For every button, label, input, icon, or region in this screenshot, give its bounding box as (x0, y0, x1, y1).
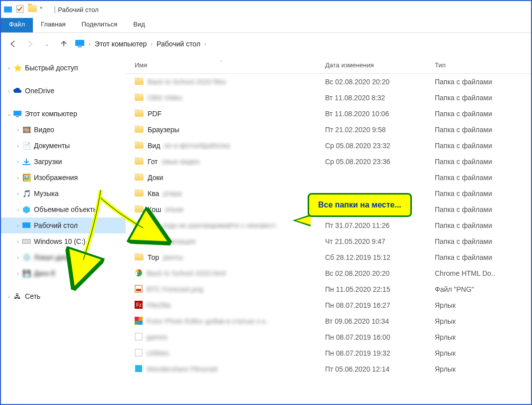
desktop-icon (22, 221, 31, 230)
tree-quick-access[interactable]: ›⭐Быстрый доступ (1, 60, 126, 76)
svg-rect-17 (135, 321, 139, 325)
file-row[interactable]: FzFileZillaПн 08.07.2019 16:27Ярлык (126, 297, 531, 313)
svg-rect-21 (135, 365, 142, 372)
file-row[interactable]: ДокиПапка с файлами (126, 170, 531, 186)
file-icon (135, 333, 143, 342)
col-date[interactable]: Дата изменения (325, 61, 435, 69)
file-icon (135, 158, 144, 166)
breadcrumb-current[interactable]: Рабочий стол (157, 40, 200, 48)
system-icon (4, 5, 13, 14)
ribbon: Файл Главная Поделиться Вид (1, 18, 531, 33)
file-row[interactable]: BTC Forecast.pngПн 11.05.2020 22:15Файл … (126, 281, 531, 297)
drive-icon: 💾 (22, 269, 31, 278)
file-icon: Fz (135, 301, 143, 310)
sort-indicator-icon: ˆ (220, 60, 222, 66)
titlebar-sep: | (54, 5, 56, 14)
chevron-icon[interactable]: › (151, 41, 153, 47)
video-icon: 🎞️ (22, 125, 31, 134)
tab-view[interactable]: Вид (125, 18, 153, 32)
tab-home[interactable]: Главная (33, 18, 73, 32)
svg-rect-7 (22, 222, 30, 228)
tab-share[interactable]: Поделиться (73, 18, 125, 32)
chevron-icon[interactable]: › (89, 41, 91, 47)
col-name[interactable]: Имяˆ (126, 61, 325, 69)
recent-dropdown[interactable]: ⌄ (41, 38, 53, 50)
col-type[interactable]: Тип (435, 61, 531, 69)
svg-rect-16 (139, 317, 143, 321)
file-icon (135, 110, 144, 118)
svg-rect-15 (135, 317, 139, 321)
file-row[interactable]: ТоррентыСб 28.12.2019 15:12Папка с файла… (126, 249, 531, 265)
svg-rect-3 (78, 46, 82, 47)
pc-icon (13, 109, 22, 118)
file-icon (135, 349, 143, 358)
arrow-to-folder (96, 196, 156, 242)
svg-rect-19 (135, 333, 142, 340)
file-row[interactable]: Back to School 2020 filesВс 02.08.2020 2… (126, 74, 531, 90)
svg-rect-4 (13, 111, 21, 116)
cloud-icon (13, 86, 22, 95)
file-icon (135, 78, 144, 86)
file-row[interactable]: Готовые видеоСр 05.08.2020 23:36Папка с … (126, 154, 531, 170)
file-row[interactable]: OBS VideoВт 11.08.2020 8:32Папка с файла… (126, 90, 531, 106)
svg-rect-6 (22, 164, 30, 165)
tree-onedrive[interactable]: ›OneDrive (1, 83, 126, 99)
tab-file[interactable]: Файл (1, 18, 33, 32)
forward-button[interactable] (24, 38, 36, 50)
tree-network[interactable]: ›🖧Сеть (1, 288, 126, 304)
tree-videos[interactable]: ›🎞️Видео (1, 122, 126, 138)
file-row[interactable]: никогда не разговаривайте с неизвест..Пт… (126, 217, 531, 233)
file-icon (135, 174, 144, 182)
up-button[interactable] (58, 38, 70, 50)
music-icon: 🎵 (22, 189, 31, 198)
file-row[interactable]: ОптимизацияЧт 21.05.2020 9:47Папка с фай… (126, 233, 531, 249)
titlebar: ▾ | Рабочий стол (1, 1, 531, 18)
file-row[interactable]: Wondershare Filmora9Пт 05.06.2020 12:14Я… (126, 361, 531, 377)
navbar: ⌄ › Этот компьютер › Рабочий стол › (1, 33, 531, 55)
file-icon (135, 317, 143, 326)
cube-icon (22, 205, 31, 214)
tree-this-pc[interactable]: ⌄Этот компьютер (1, 106, 126, 122)
svg-rect-0 (4, 6, 12, 12)
folder-titlebar-icon (28, 5, 37, 14)
svg-rect-20 (135, 349, 142, 356)
downloads-icon (22, 157, 31, 166)
file-icon (135, 142, 144, 150)
star-icon: ⭐ (13, 63, 22, 72)
svg-rect-18 (139, 321, 143, 325)
drive-icon: 💿 (22, 253, 31, 262)
svg-rect-5 (16, 116, 19, 117)
file-icon (135, 365, 143, 374)
column-headers: Имяˆ Дата изменения Тип (126, 57, 531, 74)
checkbox-icon[interactable] (16, 5, 25, 14)
chevron-icon[interactable]: › (204, 41, 206, 47)
file-row[interactable]: gamesПн 08.07.2019 16:00Ярлык (126, 329, 531, 345)
file-row[interactable]: БраузерыПт 21.02.2020 9:58Папка с файлам… (126, 122, 531, 138)
annotation-callout: Все папки на месте... (308, 193, 412, 217)
breadcrumb-root[interactable]: Этот компьютер (95, 40, 147, 48)
file-pane: Имяˆ Дата изменения Тип Back to School 2… (126, 55, 531, 404)
file-icon (135, 285, 143, 294)
file-row[interactable]: PDFВт 11.08.2020 10:06Папка с файлами (126, 106, 531, 122)
tree-pictures[interactable]: ›🖼️Изображения (1, 170, 126, 186)
file-row[interactable]: UtilitiesПн 08.07.2019 19:32Ярлык (126, 345, 531, 361)
tree-documents[interactable]: ›📄Документы (1, 138, 126, 154)
callout-tail (293, 214, 311, 226)
this-pc-icon (75, 39, 85, 49)
file-row[interactable]: Fotor Photo Editor добав в статью о к..В… (126, 313, 531, 329)
network-icon: 🖧 (13, 292, 22, 301)
file-row[interactable]: Back to School 2020.htmlВс 02.08.2020 20… (126, 265, 531, 281)
documents-icon: 📄 (22, 141, 31, 150)
svg-rect-12 (136, 289, 141, 291)
svg-rect-8 (22, 239, 30, 243)
svg-rect-2 (75, 40, 84, 46)
file-icon (135, 253, 144, 262)
dropdown-titlebar-icon[interactable]: ▾ (40, 5, 49, 14)
tree-downloads[interactable]: ›Загрузки (1, 154, 126, 170)
file-row[interactable]: Видео и фотообработкаСр 05.08.2020 23:32… (126, 138, 531, 154)
file-icon (135, 94, 144, 102)
drive-icon (22, 237, 31, 246)
pictures-icon: 🖼️ (22, 173, 31, 182)
breadcrumb[interactable]: › Этот компьютер › Рабочий стол › (75, 39, 527, 49)
back-button[interactable] (7, 38, 19, 50)
